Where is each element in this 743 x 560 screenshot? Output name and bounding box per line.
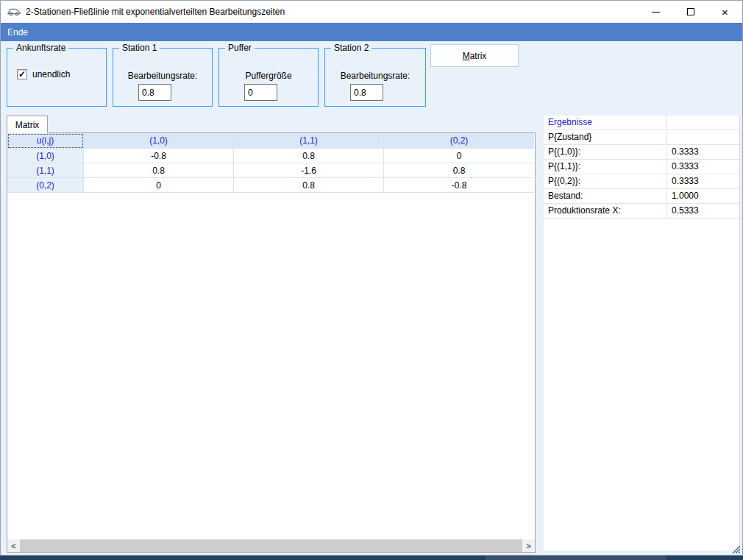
horizontal-scrollbar[interactable]: < > [7, 539, 535, 552]
grid-cell[interactable]: -0.8 [84, 149, 234, 163]
taskbar-segment [486, 556, 666, 560]
menu-item-ende[interactable]: Ende [1, 23, 35, 41]
groupbox-puffer: Puffer Puffergröße [218, 48, 319, 107]
results-row[interactable]: Ergebnisse [544, 116, 739, 130]
menubar: Ende [1, 23, 742, 41]
results-value: 0.3333 [667, 145, 739, 159]
grid-cell[interactable]: -0.8 [384, 178, 534, 193]
scroll-right-arrow-icon[interactable]: > [522, 539, 535, 552]
grid-column-header[interactable]: (1,1) [234, 133, 384, 149]
grid-cell[interactable]: 0.8 [384, 163, 534, 178]
puffer-size-input[interactable] [244, 84, 277, 101]
checkbox-unendlich-label: unendlich [32, 69, 70, 79]
grid-cell[interactable]: 0 [384, 149, 534, 163]
tab-matrix[interactable]: Matrix [7, 116, 48, 133]
checkbox-check-icon: ✓ [17, 69, 27, 79]
results-row[interactable]: Produktionsrate X: 0.5333 [544, 204, 739, 219]
grid-cell[interactable]: 0.8 [234, 178, 384, 193]
matrix-datagrid: u(i,j) (1,0) (1,1) (0,2) (1,0) -0.8 0.8 … [7, 132, 536, 553]
results-label: Produktionsrate X: [544, 204, 667, 218]
groupbox-station1-title: Station 1 [119, 43, 160, 54]
groupbox-ankunftsrate-title: Ankunftsrate [13, 43, 68, 54]
resize-grip-icon[interactable] [731, 545, 740, 553]
results-label: P{Zustand} [544, 130, 667, 144]
results-value: 0.3333 [667, 160, 739, 174]
maximize-icon [687, 8, 694, 15]
minimize-button[interactable] [639, 1, 673, 23]
grid-cell[interactable]: 0.8 [84, 163, 234, 178]
grid-cell[interactable]: -1.6 [234, 163, 384, 178]
results-row[interactable]: P{Zustand} [544, 130, 739, 145]
groupbox-station2: Station 2 Bearbeitungsrate: [324, 48, 426, 107]
grid-cell[interactable]: 0.8 [234, 149, 384, 163]
results-label: P{(1,0)}: [544, 145, 667, 159]
maximize-button[interactable] [673, 1, 708, 23]
taskbar [0, 556, 743, 560]
results-row[interactable]: P{(1,1)}: 0.3333 [544, 160, 739, 174]
results-value [667, 130, 739, 144]
checkbox-unendlich[interactable]: ✓ unendlich [17, 69, 70, 79]
grid-row-header[interactable]: (1,0) [7, 149, 84, 163]
grid-row: (0,2) 0 0.8 -0.8 [7, 178, 535, 193]
results-row[interactable]: P{(1,0)}: 0.3333 [544, 145, 739, 160]
groupbox-puffer-title: Puffer [225, 43, 255, 54]
results-value: 1.0000 [667, 189, 739, 203]
results-label: P{(1,1)}: [544, 160, 667, 174]
station1-rate-input[interactable] [138, 84, 171, 101]
close-icon: × [722, 7, 728, 18]
results-list: Ergebnisse P{Zustand} P{(1,0)}: 0.3333 P… [543, 116, 740, 550]
client-area: Ankunftsrate ✓ unendlich Station 1 Bearb… [1, 41, 742, 555]
window-controls: × [639, 1, 742, 23]
grid-row-header[interactable]: (0,2) [7, 178, 84, 193]
minimize-icon [652, 12, 660, 13]
car-app-icon [7, 7, 21, 17]
results-row[interactable]: P{(0,2)}: 0.3333 [544, 174, 739, 189]
groupbox-station2-title: Station 2 [331, 43, 372, 54]
scrollbar-thumb[interactable] [20, 539, 522, 552]
station2-rate-label: Bearbeitungsrate: [325, 71, 425, 81]
grid-column-header[interactable]: (1,0) [84, 133, 234, 149]
results-value: 0.3333 [667, 174, 739, 188]
titlebar: 2-Stationen-Fließlinie mit exponentialve… [1, 1, 742, 23]
grid-row: (1,1) 0.8 -1.6 0.8 [7, 163, 535, 178]
groupbox-station1: Station 1 Bearbeitungsrate: [113, 48, 213, 107]
close-button[interactable]: × [708, 1, 742, 23]
station1-rate-label: Bearbeitungsrate: [113, 71, 212, 81]
results-header-label: Ergebnisse [544, 116, 667, 130]
station2-rate-input[interactable] [350, 84, 383, 101]
window-title: 2-Stationen-Fließlinie mit exponentialve… [26, 7, 285, 17]
matrix-button-label: Matrix [463, 51, 487, 61]
grid-corner-header-cell[interactable]: u(i,j) [7, 133, 84, 149]
results-label: P{(0,2)}: [544, 174, 667, 188]
grid-row-header[interactable]: (1,1) [7, 163, 84, 178]
grid-cell[interactable]: 0 [84, 178, 234, 193]
app-window: 2-Stationen-Fließlinie mit exponentialve… [0, 0, 743, 556]
grid-header-row: u(i,j) (1,0) (1,1) (0,2) [7, 133, 535, 149]
results-value: 0.5333 [667, 204, 739, 218]
grid-column-header[interactable]: (0,2) [384, 133, 534, 149]
groupbox-ankunftsrate: Ankunftsrate ✓ unendlich [7, 48, 107, 107]
puffer-size-label: Puffergröße [219, 71, 318, 81]
matrix-button[interactable]: Matrix [430, 44, 519, 67]
results-row[interactable]: Bestand: 1.0000 [544, 189, 739, 204]
grid-row: (1,0) -0.8 0.8 0 [7, 149, 535, 163]
scroll-left-arrow-icon[interactable]: < [7, 539, 20, 552]
results-header-value [667, 116, 739, 130]
results-label: Bestand: [544, 189, 667, 203]
